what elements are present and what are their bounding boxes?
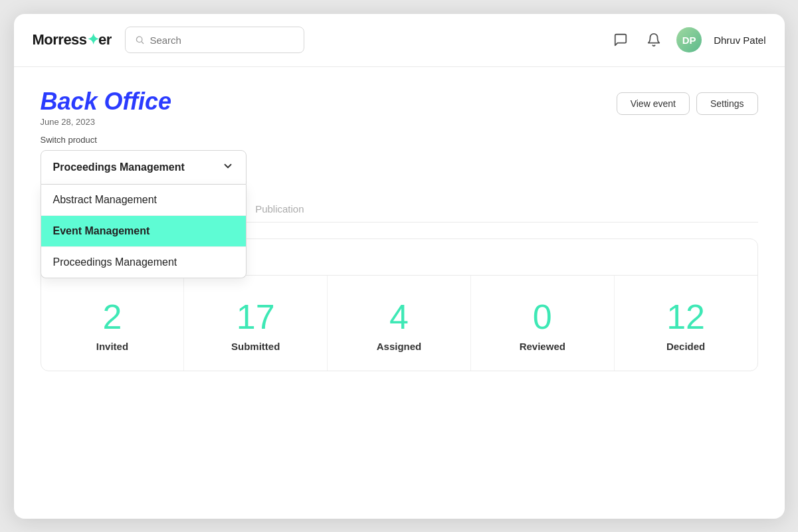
- avatar[interactable]: DP: [676, 27, 702, 52]
- top-nav: Morress✦er DP Dhruv Patel: [14, 14, 785, 67]
- logo: Morress✦er: [33, 31, 112, 48]
- stat-decided-number: 12: [666, 300, 705, 334]
- main-content: Back Office June 28, 2023 View event Set…: [14, 67, 785, 393]
- search-icon: [135, 35, 145, 45]
- papers-stats: 2 Invited 17 Submitted 4 Assigned 0 Revi…: [41, 276, 757, 371]
- app-window: Morress✦er DP Dhruv Patel: [14, 14, 785, 519]
- header-row: Back Office June 28, 2023 View event Set…: [41, 88, 758, 128]
- dropdown-selected-label: Proceedings Management: [53, 161, 185, 173]
- chevron-down-icon: [222, 160, 234, 175]
- nav-right: DP Dhruv Patel: [610, 27, 765, 52]
- tab-publication[interactable]: Publication: [255, 203, 304, 222]
- logo-star: ✦: [87, 31, 99, 48]
- view-event-button[interactable]: View event: [617, 92, 690, 115]
- stat-invited: 2 Invited: [41, 276, 185, 371]
- switch-product-label: Switch product: [41, 135, 758, 145]
- settings-button[interactable]: Settings: [696, 92, 758, 115]
- search-bar[interactable]: [125, 27, 304, 53]
- header-buttons: View event Settings: [617, 92, 758, 115]
- stat-submitted-number: 17: [237, 300, 275, 334]
- stat-invited-number: 2: [102, 300, 122, 334]
- dropdown-item-event[interactable]: Event Management: [41, 216, 246, 247]
- notification-icon[interactable]: [643, 29, 664, 50]
- stat-submitted: 17 Submitted: [184, 276, 328, 371]
- search-input[interactable]: [150, 35, 294, 46]
- page-header-left: Back Office June 28, 2023: [41, 88, 171, 128]
- stat-invited-label: Invited: [96, 341, 128, 352]
- stat-reviewed-label: Reviewed: [520, 341, 565, 352]
- stat-reviewed-number: 0: [533, 300, 552, 334]
- stat-decided: 12 Decided: [615, 276, 757, 371]
- stat-submitted-label: Submitted: [231, 341, 280, 352]
- page-title: Back Office: [41, 88, 171, 115]
- stat-assigned-label: Assigned: [377, 341, 422, 352]
- dropdown-trigger[interactable]: Proceedings Management: [41, 150, 247, 185]
- stat-assigned: 4 Assigned: [328, 276, 471, 371]
- svg-line-1: [142, 42, 144, 44]
- stat-assigned-number: 4: [389, 300, 409, 334]
- user-name: Dhruv Patel: [714, 35, 765, 46]
- product-dropdown[interactable]: Proceedings Management Abstract Manageme…: [41, 150, 247, 185]
- dropdown-item-abstract[interactable]: Abstract Management: [41, 185, 246, 216]
- dropdown-item-proceedings[interactable]: Proceedings Management: [41, 247, 246, 278]
- stat-reviewed: 0 Reviewed: [471, 276, 615, 371]
- dropdown-menu: Abstract Management Event Management Pro…: [41, 185, 247, 278]
- page-date: June 28, 2023: [41, 117, 171, 127]
- chat-icon[interactable]: [610, 29, 631, 50]
- stat-decided-label: Decided: [666, 341, 705, 352]
